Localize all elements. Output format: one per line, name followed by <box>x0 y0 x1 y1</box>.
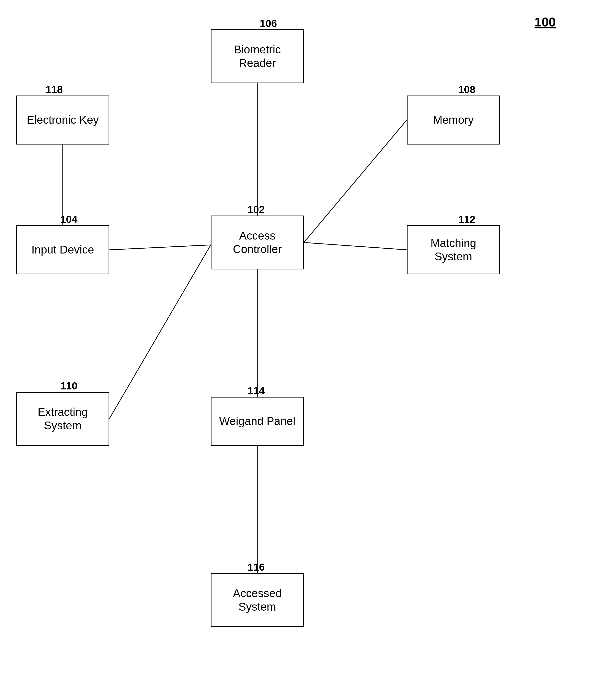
biometric-reader-ref: 106 <box>260 18 277 29</box>
memory-ref: 108 <box>458 84 475 95</box>
accessed-system-label: AccessedSystem <box>233 587 282 614</box>
memory-label: Memory <box>433 113 474 127</box>
input-device-box: Input Device <box>16 225 109 274</box>
electronic-key-ref: 118 <box>46 84 63 95</box>
diagram: 100 BiometricReader 106 Memory 108 Elect… <box>0 0 595 700</box>
electronic-key-label: Electronic Key <box>27 113 99 127</box>
svg-line-5 <box>109 245 211 419</box>
weigand-panel-ref: 114 <box>248 385 265 397</box>
weigand-panel-box: Weigand Panel <box>211 397 304 446</box>
svg-line-1 <box>304 120 407 242</box>
access-controller-label: AccessController <box>233 229 282 256</box>
accessed-system-ref: 116 <box>248 561 265 573</box>
extracting-system-box: ExtractingSystem <box>16 392 109 446</box>
access-controller-box: AccessController <box>211 215 304 269</box>
weigand-panel-label: Weigand Panel <box>219 414 295 428</box>
matching-system-ref: 112 <box>458 213 475 225</box>
biometric-reader-box: BiometricReader <box>211 29 304 83</box>
access-controller-ref: 102 <box>248 204 265 215</box>
svg-line-3 <box>109 245 211 250</box>
extracting-system-label: ExtractingSystem <box>38 405 88 432</box>
diagram-number: 100 <box>535 15 556 29</box>
input-device-label: Input Device <box>31 243 94 257</box>
extracting-system-ref: 110 <box>60 380 78 392</box>
svg-line-4 <box>304 242 407 250</box>
matching-system-label: MatchingSystem <box>431 236 476 263</box>
biometric-reader-label: BiometricReader <box>234 43 281 70</box>
input-device-ref: 104 <box>60 213 78 225</box>
memory-box: Memory <box>407 95 500 145</box>
matching-system-box: MatchingSystem <box>407 225 500 274</box>
electronic-key-box: Electronic Key <box>16 95 109 145</box>
accessed-system-box: AccessedSystem <box>211 573 304 627</box>
